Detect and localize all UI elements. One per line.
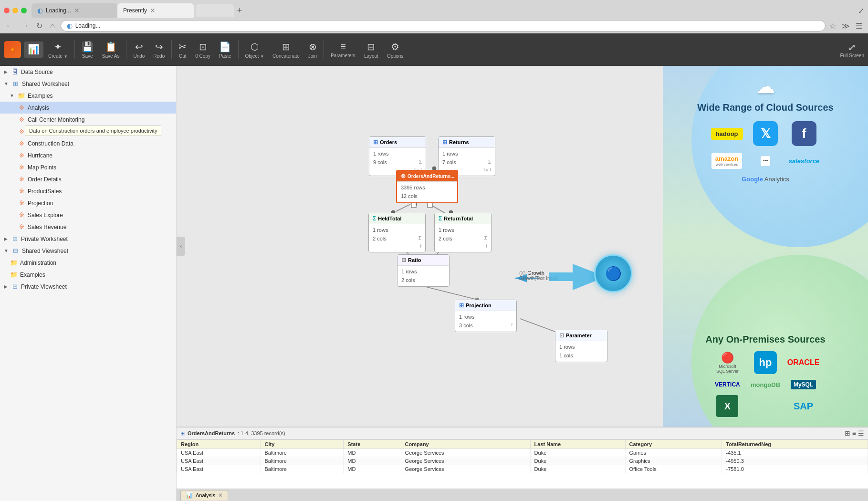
sidebar-item-sales-explore[interactable]: ※ Sales Explore — [0, 209, 176, 221]
window-maximize-btn[interactable] — [21, 8, 27, 13]
toolbar-copy-btn[interactable]: ⊡ 0 Copy — [191, 39, 214, 61]
sidebar-item-data-source[interactable]: ▶ 🗄 Data Source — [0, 66, 176, 78]
toolbar-concatenate-btn[interactable]: ⊞ Concatenate — [269, 39, 303, 61]
sidebar-item-administration[interactable]: 📁 Administration — [0, 257, 176, 269]
app-toolbar: 🔸 📊 ✦ Create ▼ 💾 Save 📋 Save As ↩ Undo ↪… — [0, 33, 868, 66]
tab-loading-close[interactable]: ✕ — [74, 7, 80, 14]
worksheet-icon-salesrevenue: ※ — [17, 223, 26, 230]
sidebar-item-construction[interactable]: ※ Construction Data — [0, 137, 176, 149]
aggregate-icon-return: Σ — [439, 215, 442, 222]
toolbar-layout-btn[interactable]: ⊟ Layout — [360, 39, 382, 61]
return-total-title: ReturnTotal — [444, 216, 473, 221]
svg-rect-19 — [411, 203, 416, 208]
shared-viewsheet-icon: ⊟ — [11, 247, 20, 254]
window-minimize-btn[interactable] — [12, 8, 18, 13]
sidebar-item-shared-worksheet[interactable]: ▼ ⊞ Shared Worksheet — [0, 78, 176, 90]
refresh-button[interactable]: ↻ — [34, 21, 44, 31]
sidebar-item-product-sales[interactable]: ※ ProductSales — [0, 185, 176, 197]
flow-node-projection[interactable]: ⊞ Projection 1 rows 3 cols f — [455, 300, 517, 332]
sidebar-item-census[interactable]: ※ Cens Data on Construction orders and e… — [0, 125, 176, 137]
premises-logos-grid: 🔴 Microsoft SQL Server hp ORACLE VERTICA… — [702, 351, 829, 417]
sidebar-item-examples-vs[interactable]: 📁 Examples — [0, 269, 176, 281]
toolbar-object-btn[interactable]: ⬡ Object ▼ — [241, 39, 268, 61]
table-toolbar-btn2[interactable]: ≡ — [852, 429, 856, 437]
flow-node-ratio[interactable]: ⊟ Ratio 1 rows 2 cols — [397, 254, 450, 287]
flow-node-return-total[interactable]: Σ ReturnTotal 1 rows 2 cols Σ f — [434, 213, 492, 252]
sidebar-item-map-points[interactable]: ※ Map Points — [0, 161, 176, 173]
tab-presently-close[interactable]: ✕ — [150, 7, 156, 14]
forward-button[interactable]: → — [19, 21, 31, 31]
toolbar-undo-btn[interactable]: ↩ Undo — [129, 39, 148, 61]
loading-spinner: ◐ — [37, 7, 43, 14]
sidebar-item-sales-revenue[interactable]: ※ Sales Revenue — [0, 221, 176, 233]
tab-presently[interactable]: Presently ✕ — [117, 3, 194, 18]
held-meta: f — [373, 243, 421, 250]
home-button[interactable]: ⌂ — [48, 21, 57, 31]
tab-empty[interactable] — [196, 4, 234, 17]
sidebar-item-examples-folder[interactable]: ▼ 📁 Examples — [0, 90, 176, 102]
toolbar-options-btn[interactable]: ⚙ Options — [383, 39, 407, 61]
tab-loading[interactable]: ◐ Loading... ✕ — [31, 3, 117, 18]
mysql-logo: MySQL — [791, 380, 816, 389]
toolbar-create-btn[interactable]: ✦ Create ▼ — [44, 39, 72, 61]
parameters-label: Parameters — [331, 53, 356, 58]
toolbar-join-btn[interactable]: ⊗ Join — [304, 39, 321, 61]
sidebar-item-analysis[interactable]: ※ Analysis — [0, 102, 176, 114]
toolbar-paste-btn[interactable]: 📄 Paste — [215, 39, 235, 61]
table-toolbar-btn3[interactable]: ☰ — [858, 429, 864, 437]
new-tab-button[interactable]: + — [234, 5, 245, 16]
options-icon: ⚙ — [391, 41, 399, 52]
back-button[interactable]: ← — [4, 21, 15, 31]
nav-extra-1[interactable]: ≫ — [840, 21, 852, 31]
table-cell: Duke — [530, 457, 625, 465]
flow-node-held-total[interactable]: Σ HeldTotal 1 rows 2 cols Σ f — [368, 213, 426, 252]
sidebar-item-order-details[interactable]: ※ Order Details — [0, 173, 176, 185]
sidebar-item-hurricane[interactable]: ※ Hurricane — [0, 149, 176, 161]
sidebar-item-shared-viewsheet[interactable]: ▼ ⊟ Shared Viewsheet — [0, 245, 176, 257]
table-icon-orders: ⊞ — [373, 139, 378, 146]
table-cell: Baltimore — [261, 449, 344, 457]
col-category: Category — [625, 440, 722, 449]
toolbar-save-btn[interactable]: 💾 Save — [78, 39, 97, 61]
toolbar-cut-btn[interactable]: ✂ Cut — [175, 39, 190, 61]
bottom-tab-analysis[interactable]: 📊 Analysis ✕ — [180, 490, 228, 501]
order-details-label: Order Details — [28, 176, 62, 183]
table-toolbar-btn1[interactable]: ⊞ — [845, 429, 850, 437]
bottom-tab-close[interactable]: ✕ — [218, 492, 223, 499]
nav-extra-2[interactable]: ☰ — [854, 21, 864, 31]
saveas-label: Save As — [102, 53, 120, 59]
map-points-label: Map Points — [28, 164, 56, 171]
address-bar[interactable]: ◐ Loading... — [61, 20, 826, 31]
sidebar-item-call-center[interactable]: ※ Call Center Monitoring — [0, 114, 176, 125]
table-cell: MD — [344, 457, 401, 465]
data-table-scroll[interactable]: Region City State Company Last Name Cate… — [177, 439, 868, 473]
saveas-icon: 📋 — [105, 41, 117, 52]
toolbar-parameters-btn[interactable]: ≡ Parameters — [327, 39, 359, 60]
sidebar-item-private-worksheet[interactable]: ▶ ⊞ Private Worksheet — [0, 233, 176, 245]
browser-fullscreen-icon[interactable]: ⤢ — [858, 6, 864, 15]
bottom-tab-bar: 📊 Analysis ✕ — [177, 489, 868, 501]
flow-canvas[interactable]: ‹ — [177, 66, 663, 427]
flow-node-orders-and-returns[interactable]: ⊗ OrdersAndReturns... 3395 rows 12 cols — [396, 170, 458, 203]
administration-label: Administration — [20, 260, 56, 266]
table-cell: -7581.0 — [722, 465, 868, 473]
toolbar-redo-btn[interactable]: ↪ Redo — [149, 39, 168, 61]
bottom-tab-label: Analysis — [196, 492, 215, 498]
bookmark-button[interactable]: ☆ — [829, 21, 836, 31]
toolbar-saveas-btn[interactable]: 📋 Save As — [98, 39, 124, 61]
examples-vs-label: Examples — [20, 271, 45, 278]
address-icon: ◐ — [67, 22, 73, 30]
parameters-icon: ≡ — [340, 41, 346, 52]
sidebar-collapse-button[interactable]: ‹ — [177, 237, 185, 256]
worksheet-icon-hurricane: ※ — [17, 152, 26, 159]
window-close-btn[interactable] — [4, 8, 10, 13]
fullscreen-button[interactable]: ⤢ Full Screen — [840, 42, 864, 58]
sidebar-item-projection[interactable]: ※ Projection — [0, 197, 176, 209]
flow-node-parameter[interactable]: ⊡ Parameter 1 rows 1 cols — [555, 330, 607, 362]
projection-label: Projection — [28, 200, 53, 207]
worksheet-icon-callcenter: ※ — [17, 116, 26, 123]
sidebar-item-private-viewsheet[interactable]: ▶ ⊟ Private Viewsheet — [0, 281, 176, 292]
svg-rect-20 — [428, 203, 432, 208]
table-header-icon: ⊞ — [180, 430, 185, 437]
toolbar-worksheet-btn[interactable]: 📊 — [24, 42, 43, 58]
